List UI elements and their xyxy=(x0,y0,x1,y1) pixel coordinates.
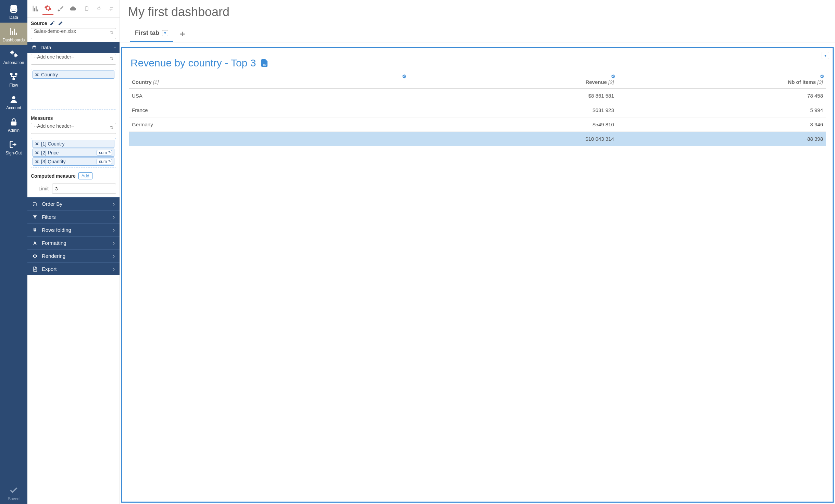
gear-icon[interactable]: ⚙ xyxy=(402,74,407,79)
measures-drop-area[interactable]: ✕ [1] Country ✕ [2] Price sum ✕ [3] Quan… xyxy=(31,138,116,167)
gear-icon xyxy=(44,4,52,12)
agg-select[interactable]: sum xyxy=(97,159,112,164)
undo-icon xyxy=(96,6,102,11)
toolbar-undo-button[interactable] xyxy=(94,2,104,15)
nav-saved-label: Saved xyxy=(8,496,20,501)
svg-point-1 xyxy=(11,5,17,7)
chevron-right-icon: › xyxy=(113,253,115,259)
nav-flow-label: Flow xyxy=(9,83,18,88)
remove-icon[interactable]: ✕ xyxy=(35,141,39,147)
nav-dashboards[interactable]: Dashboards xyxy=(0,23,27,45)
gear-icon[interactable]: ⚙ xyxy=(611,74,615,79)
swap-icon xyxy=(109,6,114,11)
tab-dropdown-button[interactable]: ▼ xyxy=(162,30,168,36)
toolbar-brush-button[interactable] xyxy=(55,2,66,15)
gears-icon xyxy=(9,49,18,59)
measure-pill-country[interactable]: ✕ [1] Country xyxy=(33,140,114,148)
chevron-right-icon: › xyxy=(113,214,115,220)
svg-rect-9 xyxy=(85,7,88,11)
svg-rect-8 xyxy=(11,122,16,126)
col-revenue: Revenue [2] ⚙ xyxy=(408,76,617,89)
limit-row: Limit xyxy=(27,181,120,197)
tab-first[interactable]: First tab ▼ xyxy=(130,26,173,42)
config-toolbar xyxy=(27,0,120,18)
nav-data-label: Data xyxy=(9,15,18,20)
font-icon xyxy=(32,240,38,246)
measures-label: Measures xyxy=(27,113,120,122)
table-row: USA $8 861 581 78 458 xyxy=(129,89,826,103)
pencil-icon[interactable] xyxy=(58,21,63,26)
add-tab-button[interactable]: + xyxy=(177,27,188,41)
clipboard-icon xyxy=(84,6,89,11)
chevron-down-icon: › xyxy=(112,47,117,48)
filter-icon xyxy=(32,214,38,220)
acc-export[interactable]: Export › xyxy=(27,262,120,275)
lock-icon xyxy=(9,117,18,127)
toolbar-paste-button[interactable] xyxy=(81,2,92,15)
table-row: Germany $549 810 3 946 xyxy=(129,117,826,132)
nav-signout[interactable]: Sign-Out xyxy=(0,136,27,158)
check-icon xyxy=(9,486,18,495)
nav-account[interactable]: Account xyxy=(0,90,27,113)
acc-filters[interactable]: Filters › xyxy=(27,210,120,223)
nav-account-label: Account xyxy=(6,105,21,110)
chevron-right-icon: › xyxy=(113,227,115,233)
toolbar-cloud-button[interactable] xyxy=(67,2,78,15)
data-pill-country[interactable]: ✕ Country xyxy=(33,71,114,79)
remove-icon[interactable]: ✕ xyxy=(35,150,39,155)
chevron-right-icon: › xyxy=(113,266,115,272)
remove-icon[interactable]: ✕ xyxy=(35,72,39,77)
widget-menu-button[interactable]: ▼ xyxy=(822,52,829,59)
eye-icon xyxy=(32,253,38,259)
table-row: France $631 923 5 994 xyxy=(129,103,826,117)
edit-icon[interactable] xyxy=(50,21,55,26)
main-content: My first dashboard First tab ▼ + ▼ Reven… xyxy=(120,0,835,504)
computed-measure-row: Computed measure Add xyxy=(27,170,120,181)
measure-pill-quantity[interactable]: ✕ [3] Quantity sum xyxy=(33,158,114,166)
nav-automation[interactable]: Automation xyxy=(0,45,27,68)
nav-admin-label: Admin xyxy=(8,128,20,133)
col-country: Country [1] ⚙ xyxy=(129,76,408,89)
nav-admin[interactable]: Admin xyxy=(0,113,27,136)
results-table: Country [1] ⚙ Revenue [2] ⚙ Nb of items … xyxy=(129,76,826,146)
widget-canvas: ▼ Revenue by country - Top 3 csv Country… xyxy=(121,47,834,503)
signout-icon xyxy=(9,140,18,149)
tabs-row: First tab ▼ + xyxy=(120,26,835,42)
nav-signout-label: Sign-Out xyxy=(5,151,22,155)
nav-data[interactable]: Data xyxy=(0,0,27,23)
svg-rect-4 xyxy=(10,73,13,75)
csv-export-icon[interactable]: csv xyxy=(261,59,267,67)
agg-select[interactable]: sum xyxy=(97,150,112,155)
remove-icon[interactable]: ✕ xyxy=(35,159,39,164)
limit-input[interactable] xyxy=(52,184,116,194)
database-icon xyxy=(9,4,18,14)
acc-rendering[interactable]: Rendering › xyxy=(27,249,120,262)
gear-icon[interactable]: ⚙ xyxy=(820,74,824,79)
measures-add-header-select[interactable]: --Add one header-- xyxy=(31,123,116,134)
source-select[interactable]: Sales-demo-en.xlsx xyxy=(31,28,116,39)
chevron-right-icon: › xyxy=(113,201,115,207)
nav-dashboards-label: Dashboards xyxy=(3,38,25,42)
nav-automation-label: Automation xyxy=(3,60,24,65)
data-section-header[interactable]: Data › xyxy=(27,42,120,53)
svg-rect-6 xyxy=(13,78,15,80)
brush-icon xyxy=(57,5,64,12)
title-bar: My first dashboard xyxy=(120,0,835,26)
add-computed-button[interactable]: Add xyxy=(78,172,92,179)
svg-point-7 xyxy=(12,96,15,99)
page-title: My first dashboard xyxy=(128,5,827,19)
nav-saved: Saved xyxy=(0,481,27,504)
data-add-header-select[interactable]: --Add one header-- xyxy=(31,54,116,65)
measure-pill-price[interactable]: ✕ [2] Price sum xyxy=(33,149,114,157)
config-panel: Source Sales-demo-en.xlsx Data › --Add o… xyxy=(27,0,120,504)
nav-rail: Data Dashboards Automation Flow Account … xyxy=(0,0,27,504)
acc-rowsfolding[interactable]: Rows folding › xyxy=(27,223,120,236)
data-drop-area[interactable]: ✕ Country xyxy=(31,69,116,110)
toolbar-swap-button[interactable] xyxy=(106,2,117,15)
acc-orderby[interactable]: Order By › xyxy=(27,197,120,210)
nav-flow[interactable]: Flow xyxy=(0,68,27,90)
table-total-row: $10 043 314 88 398 xyxy=(129,132,826,146)
toolbar-settings-button[interactable] xyxy=(42,2,53,15)
toolbar-chart-button[interactable] xyxy=(30,2,41,15)
acc-formatting[interactable]: Formatting › xyxy=(27,236,120,249)
